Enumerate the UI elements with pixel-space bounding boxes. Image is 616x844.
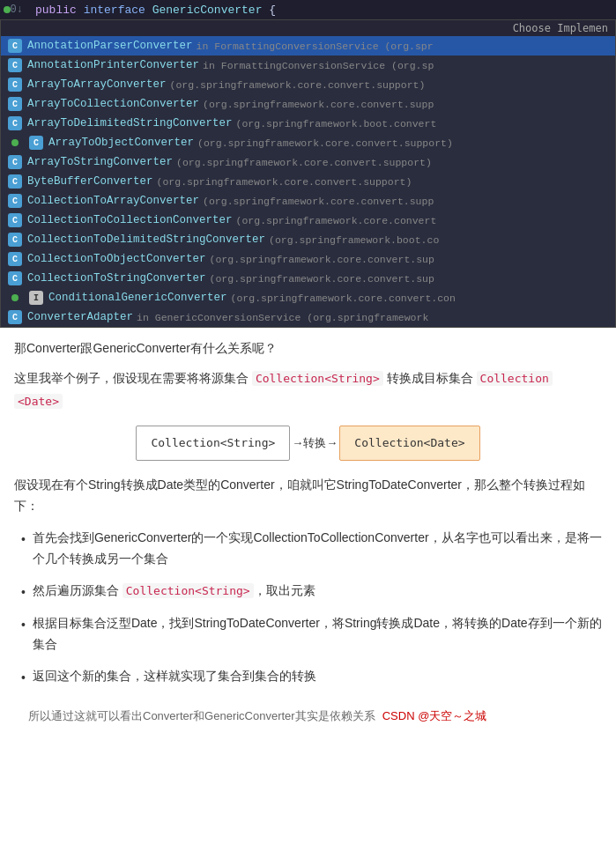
diagram-arrow: →转换→ <box>290 433 339 453</box>
code-editor: 0↓ public interface GenericConverter { C… <box>0 0 616 328</box>
bullet-list: • 首先会找到GenericConverter的一个实现CollectionTo… <box>14 528 602 689</box>
diagram-target-box: Collection<Date> <box>339 426 479 461</box>
autocomplete-item[interactable]: C AnnotationParserConverter in Formattin… <box>1 36 615 56</box>
bullet-text-2: 然后遍历源集合 Collection<String>，取出元素 <box>33 581 602 603</box>
class-icon: C <box>8 213 22 227</box>
line-gutter-1: 0↓ <box>0 4 28 16</box>
autocomplete-item[interactable]: C ConverterAdapter in GenericConversionS… <box>1 307 615 327</box>
class-icon: C <box>8 116 22 130</box>
bullet-item-2: • 然后遍历源集合 Collection<String>，取出元素 <box>21 581 602 603</box>
line-code-1: public interface GenericConverter { <box>28 4 616 17</box>
class-icon: C <box>8 252 22 266</box>
diagram-source-box: Collection<String> <box>136 426 290 461</box>
class-icon: C <box>8 78 22 92</box>
autocomplete-item-conditional[interactable]: I ConditionalGenericConverter (org.sprin… <box>1 288 615 307</box>
autocomplete-item[interactable]: C ArrayToArrayConverter (org.springframe… <box>1 75 615 94</box>
bullet-item-3: • 根据目标集合泛型Date，找到StringToDateConverter，将… <box>21 613 602 655</box>
bullet-dot-4: • <box>21 668 26 689</box>
article-footer: 所以通过这就可以看出Converter和GenericConverter其实是依… <box>14 700 602 733</box>
autocomplete-item[interactable]: C ArrayToStringConverter (org.springfram… <box>1 152 615 172</box>
flow-diagram: Collection<String> →转换→ Collection<Date> <box>14 426 602 461</box>
bullet-dot-2: • <box>21 582 26 603</box>
class-icon: C <box>29 136 43 150</box>
breakpoint-dot <box>4 6 11 13</box>
inline-code-2: Collection <box>477 371 553 386</box>
footer-brand: CSDN @天空～之城 <box>382 707 487 726</box>
bullet-item-1: • 首先会找到GenericConverter的一个实现CollectionTo… <box>21 528 602 570</box>
inline-code-1: Collection<String> <box>252 371 383 386</box>
class-icon: C <box>8 155 22 169</box>
interface-icon: I <box>29 291 43 305</box>
autocomplete-item[interactable]: C ByteBufferConverter (org.springframewo… <box>1 172 615 191</box>
autocomplete-item[interactable]: C CollectionToDelimitedStringConverter (… <box>1 230 615 249</box>
inline-code-4: Collection<String> <box>122 583 254 598</box>
code-line-1: 0↓ public interface GenericConverter { <box>0 0 616 19</box>
paragraph-2: 这里我举个例子，假设现在需要将将源集合 Collection<String> 转… <box>14 368 602 389</box>
autocomplete-item-with-dot[interactable]: C ArrayToObjectConverter (org.springfram… <box>1 133 615 152</box>
autocomplete-item[interactable]: C CollectionToStringConverter (org.sprin… <box>1 269 615 288</box>
paragraph-3: 假设现在有个String转换成Date类型的Converter，咱就叫它Stri… <box>14 475 602 517</box>
class-icon: C <box>8 233 22 247</box>
paragraph-2-line2: <Date> <box>14 391 602 412</box>
article-content: 那Converter跟GenericConverter有什么关系呢？ 这里我举个… <box>0 328 616 744</box>
footer-text: 所以通过这就可以看出Converter和GenericConverter其实是依… <box>28 707 375 726</box>
bullet-text-4: 返回这个新的集合，这样就实现了集合到集合的转换 <box>33 666 602 689</box>
line-dot-2 <box>11 139 19 146</box>
autocomplete-header: Choose Implemen <box>1 20 615 36</box>
line-dot-3 <box>11 294 19 301</box>
class-icon: C <box>8 97 22 111</box>
class-icon: C <box>8 39 22 53</box>
class-icon: C <box>8 310 22 324</box>
class-icon: C <box>8 58 22 72</box>
autocomplete-item[interactable]: C AnnotationPrinterConverter in Formatti… <box>1 56 615 75</box>
class-icon: C <box>8 174 22 189</box>
autocomplete-item[interactable]: C ArrayToDelimitedStringConverter (org.s… <box>1 114 615 133</box>
class-icon: C <box>8 271 22 285</box>
bullet-item-4: • 返回这个新的集合，这样就实现了集合到集合的转换 <box>21 666 602 689</box>
autocomplete-popup[interactable]: Choose Implemen C AnnotationParserConver… <box>0 19 616 328</box>
bullet-dot-3: • <box>21 615 26 655</box>
class-icon: C <box>8 194 22 208</box>
bullet-dot-1: • <box>21 529 26 570</box>
paragraph-1: 那Converter跟GenericConverter有什么关系呢？ <box>14 338 602 359</box>
bullet-text-1: 首先会找到GenericConverter的一个实现CollectionToCo… <box>33 528 602 570</box>
inline-code-3: <Date> <box>14 394 63 409</box>
bullet-text-3: 根据目标集合泛型Date，找到StringToDateConverter，将St… <box>33 613 602 655</box>
autocomplete-item[interactable]: C CollectionToArrayConverter (org.spring… <box>1 191 615 211</box>
autocomplete-item[interactable]: C ArrayToCollectionConverter (org.spring… <box>1 94 615 114</box>
autocomplete-item[interactable]: C CollectionToCollectionConverter (org.s… <box>1 211 615 230</box>
autocomplete-item[interactable]: C CollectionToObjectConverter (org.sprin… <box>1 249 615 269</box>
